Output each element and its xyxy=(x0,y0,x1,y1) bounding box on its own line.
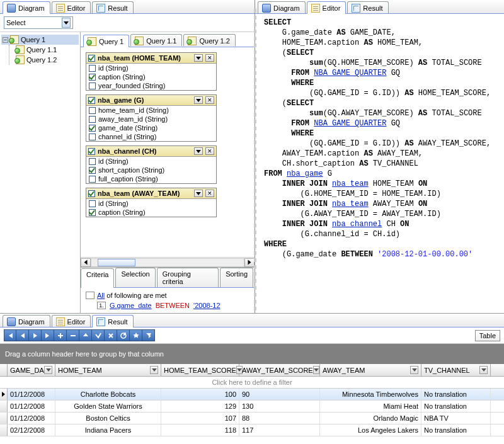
cell[interactable]: 90 xyxy=(239,389,320,400)
criteria-value-link[interactable]: '2008-12 xyxy=(193,302,220,309)
chevron-down-icon[interactable] xyxy=(150,366,158,374)
chevron-down-icon[interactable] xyxy=(410,366,418,374)
table-row[interactable]: 01/12/2008Boston Celtics10788Orlando Mag… xyxy=(0,413,504,424)
refresh-button[interactable] xyxy=(117,329,130,341)
cell[interactable]: Golden State Warriors xyxy=(55,401,161,412)
cell[interactable]: 88 xyxy=(239,413,320,424)
table-view-button[interactable]: Table xyxy=(475,330,500,341)
criteria-all-link[interactable]: All xyxy=(97,292,105,299)
tab-result[interactable]: Result xyxy=(347,1,388,13)
card-check-icon[interactable] xyxy=(88,148,95,155)
cell[interactable]: Orlando Magic xyxy=(320,413,421,424)
chevron-down-icon[interactable] xyxy=(44,366,52,374)
scroll-thumb[interactable] xyxy=(98,259,135,266)
tab-editor[interactable]: Editor xyxy=(52,315,91,327)
sql-editor[interactable]: SELECT G.game_date AS GAME_DATE, HOME_TE… xyxy=(255,14,504,313)
column-checkbox[interactable] xyxy=(89,125,96,132)
scroll-left-icon[interactable] xyxy=(81,258,91,267)
last-record-button[interactable] xyxy=(42,329,54,341)
column-row[interactable]: id (String) xyxy=(86,199,216,208)
tree-node-query12[interactable]: Query 1.2 xyxy=(14,55,79,65)
schema-selector[interactable]: Select xyxy=(4,16,73,29)
criteria-operator[interactable]: BETWEEN xyxy=(156,302,190,309)
column-row[interactable]: short_caption (String) xyxy=(86,166,216,174)
table-row[interactable]: 01/12/2008Golden State Warriors129130Mia… xyxy=(0,401,504,413)
qtab-2[interactable]: Query 1.2 xyxy=(183,34,235,46)
cell[interactable]: 01/12/2008 xyxy=(8,413,55,424)
tab-result[interactable]: Result xyxy=(92,1,133,13)
column-checkbox[interactable] xyxy=(89,209,96,216)
table-card[interactable]: nba_team (AWAY_TEAM)✕id (String)caption … xyxy=(86,188,217,217)
table-row[interactable]: 02/12/2008Indiana Pacers118117Los Angele… xyxy=(0,424,504,436)
column-row[interactable]: caption (String) xyxy=(86,208,216,217)
first-record-button[interactable] xyxy=(4,329,16,341)
table-card[interactable]: nba_game (G)✕home_team_id (String)away_t… xyxy=(86,94,217,142)
cell[interactable]: Miami Heat xyxy=(320,401,421,412)
cell[interactable]: NBA TV xyxy=(421,413,491,424)
criteria-column-link[interactable]: G.game_date xyxy=(110,302,152,309)
tab-editor[interactable]: Editor xyxy=(307,1,346,14)
add-record-button[interactable] xyxy=(54,329,67,341)
column-checkbox[interactable] xyxy=(89,65,96,72)
column-header[interactable]: AWAY_TEAM xyxy=(320,364,421,376)
card-check-icon[interactable] xyxy=(88,97,95,104)
column-header[interactable]: HOME_TEAM_SCORE xyxy=(161,364,239,376)
cell[interactable]: 130 xyxy=(239,401,320,412)
criteria-box-icon[interactable] xyxy=(86,292,94,299)
filter-button[interactable] xyxy=(142,329,155,341)
next-record-button[interactable] xyxy=(29,329,42,341)
tab-editor[interactable]: Editor xyxy=(52,1,91,13)
tab-result[interactable]: Result xyxy=(92,315,133,327)
chevron-down-icon[interactable] xyxy=(194,190,203,197)
column-checkbox[interactable] xyxy=(89,200,96,207)
criteria-tab[interactable]: Sorting xyxy=(220,268,253,287)
column-checkbox[interactable] xyxy=(89,134,96,140)
cell[interactable]: Los Angeles Lakers xyxy=(320,424,421,436)
cell[interactable]: 100 xyxy=(161,389,239,400)
designer-canvas[interactable]: nba_team (HOME_TEAM)✕id (String)caption … xyxy=(81,47,255,257)
column-header[interactable]: HOME_TEAM xyxy=(55,364,161,376)
close-icon[interactable]: ✕ xyxy=(205,54,214,62)
column-checkbox[interactable] xyxy=(89,167,96,174)
cell[interactable]: 129 xyxy=(161,401,239,412)
table-card[interactable]: nba_team (HOME_TEAM)✕id (String)caption … xyxy=(86,52,217,91)
column-row[interactable]: channel_id (String) xyxy=(86,132,216,141)
chevron-down-icon[interactable] xyxy=(194,54,203,62)
criteria-tab[interactable]: Selection xyxy=(115,268,155,287)
column-checkbox[interactable] xyxy=(89,83,96,89)
column-header[interactable]: TV_CHANNEL xyxy=(421,364,491,376)
card-check-icon[interactable] xyxy=(88,55,95,62)
tree-node-query1[interactable]: − Query 1 xyxy=(1,35,79,45)
chevron-down-icon[interactable] xyxy=(194,96,203,104)
chevron-down-icon[interactable] xyxy=(313,366,319,374)
horizontal-scrollbar[interactable] xyxy=(81,257,255,267)
edit-record-button[interactable] xyxy=(79,329,92,341)
table-row[interactable]: 01/12/2008Charlotte Bobcats10090Minnesot… xyxy=(0,389,504,401)
column-header[interactable]: AWAY_TEAM_SCORE xyxy=(239,364,320,376)
scroll-right-icon[interactable] xyxy=(244,258,255,267)
column-row[interactable]: game_date (String) xyxy=(86,123,216,132)
column-checkbox[interactable] xyxy=(89,116,96,123)
cell[interactable]: Indiana Pacers xyxy=(55,424,161,436)
cell[interactable]: No translation xyxy=(421,401,491,412)
column-row[interactable]: year_founded (String) xyxy=(86,81,216,90)
cell[interactable]: 02/12/2008 xyxy=(8,424,55,436)
prev-record-button[interactable] xyxy=(16,329,29,341)
column-checkbox[interactable] xyxy=(89,74,96,81)
column-row[interactable]: full_caption (String) xyxy=(86,174,216,183)
tree-node-query11[interactable]: Query 1.1 xyxy=(14,45,79,55)
column-checkbox[interactable] xyxy=(89,107,96,114)
tab-diagram[interactable]: Diagram xyxy=(258,1,306,13)
column-checkbox[interactable] xyxy=(89,176,96,183)
cell[interactable]: No translation xyxy=(421,424,491,436)
group-by-bar[interactable]: Drag a column header here to group by th… xyxy=(0,344,504,364)
filter-row[interactable]: Click here to define a filter xyxy=(0,377,504,389)
cell[interactable]: 107 xyxy=(161,413,239,424)
cell[interactable]: No translation xyxy=(421,389,491,400)
cell[interactable]: Charlotte Bobcats xyxy=(55,389,161,400)
card-check-icon[interactable] xyxy=(88,190,95,197)
column-header[interactable]: GAME_DA xyxy=(8,364,55,376)
cell[interactable]: Minnesota Timberwolves xyxy=(320,389,421,400)
tab-diagram[interactable]: Diagram xyxy=(3,1,50,14)
column-row[interactable]: id (String) xyxy=(86,157,216,166)
